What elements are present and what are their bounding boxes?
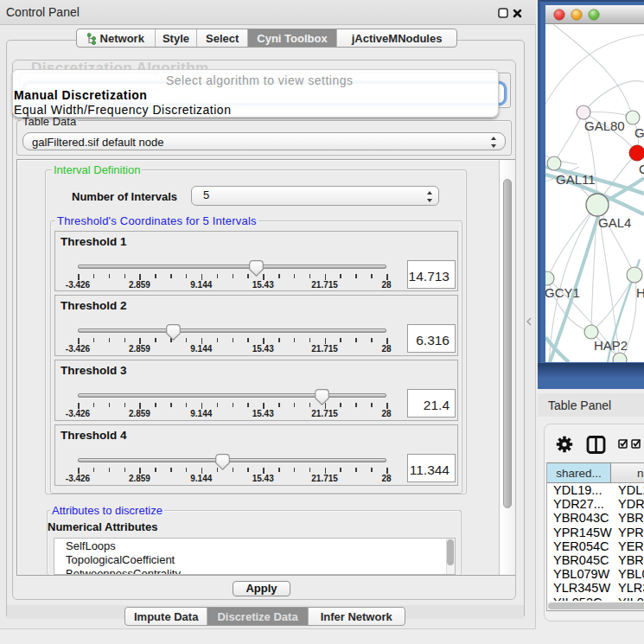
svg-text:GAL11: GAL11 <box>556 172 596 187</box>
svg-text:GAL80: GAL80 <box>584 118 625 133</box>
svg-text:GA: GA <box>634 125 644 140</box>
svg-text:C: C <box>639 162 644 176</box>
svg-text:HAP2: HAP2 <box>594 338 628 353</box>
svg-text:HI: HI <box>636 285 644 300</box>
svg-text:GAL4: GAL4 <box>598 215 631 230</box>
svg-text:GCY1: GCY1 <box>545 285 580 300</box>
